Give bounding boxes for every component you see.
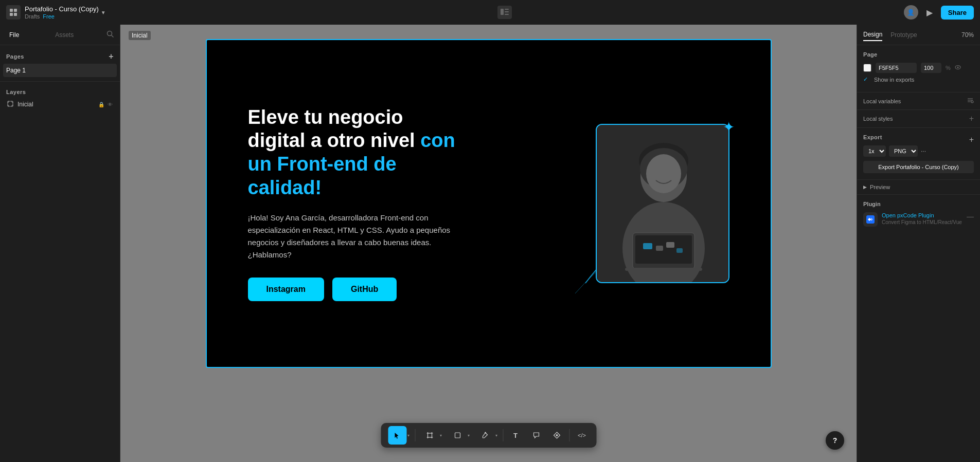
layers-section: Layers Inicial [0,82,120,462]
page-color-input[interactable] [876,63,917,73]
preview-toggle[interactable]: ▶ Preview [857,180,980,195]
design-frame: Eleve tu negocio digital a otro nivel co… [206,39,772,368]
svg-rect-2 [10,13,13,16]
pen-tool-button[interactable] [476,426,494,445]
bottom-toolbar: ▾ ▾ [381,423,596,448]
export-section: Export + 1x 2x 3x PNG JPG SVG PDF ··· Ex… [857,128,980,180]
plugin-name[interactable]: Open pxCode Plugin [882,212,963,218]
pages-add-icon[interactable]: + [109,52,114,61]
frame-tool-caret: ▾ [440,433,442,438]
search-icon[interactable] [106,30,114,39]
svg-rect-23 [635,235,692,264]
share-button[interactable]: Share [941,6,974,20]
export-format-select[interactable]: PNG JPG SVG PDF [889,145,918,157]
frame-image-section: ✦ [596,124,729,283]
svg-rect-27 [666,242,674,248]
layers-header: Layers [0,86,120,98]
toggle-sidebar-button[interactable] [497,6,512,19]
sidebar-right: Design Prototype 70% Page % ✓ [857,25,980,462]
canvas-area[interactable]: Inicial Eleve tu negocio digital a otro … [120,25,857,462]
app-logo[interactable] [6,5,21,20]
pen-tool-group[interactable]: ▾ [474,426,500,445]
tab-design[interactable]: Design [863,29,882,41]
page-opacity-input[interactable] [921,63,941,73]
export-section-header: Export + [863,134,974,145]
shape-tool-caret: ▾ [468,433,470,438]
plugin-info: Open pxCode Plugin Convert Figma to HTML… [882,212,963,225]
export-button[interactable]: Export Portafolio - Curso (Copy) [863,161,974,173]
tab-prototype[interactable]: Prototype [890,29,917,41]
svg-point-49 [971,101,973,103]
svg-rect-7 [505,14,509,15]
shape-tool-button[interactable] [448,426,467,445]
star-decoration: ✦ [723,119,735,136]
sidebar-left: File Assets Pages + Page 1 Layers [0,25,120,462]
help-button[interactable]: ? [826,431,844,450]
code-tool-icon: </> [578,432,586,438]
pages-header: Pages + [0,49,120,64]
svg-rect-26 [656,246,663,251]
svg-point-43 [556,434,558,436]
project-name[interactable]: Portafolio - Curso (Copy) Drafts Free ▼ [25,5,106,20]
project-title: Portafolio - Curso (Copy) [25,5,99,13]
instagram-button[interactable]: Instagram [248,278,324,301]
svg-rect-24 [625,268,702,271]
frame-icon [7,101,14,108]
svg-rect-28 [676,248,683,253]
svg-rect-4 [501,9,504,15]
github-button[interactable]: GitHub [332,278,397,301]
separator-2 [503,429,503,441]
project-free: Free [43,13,55,20]
comment-tool-button[interactable] [527,426,545,445]
export-add-button[interactable]: + [969,135,974,144]
shape-tool-group[interactable]: ▾ [446,426,472,445]
variables-icon[interactable] [967,97,974,105]
avatar[interactable]: 👤 [904,5,918,20]
svg-point-42 [485,432,486,434]
pages-label: Pages [6,53,24,60]
export-options-row: 1x 2x 3x PNG JPG SVG PDF ··· [863,145,974,157]
svg-point-45 [957,67,958,68]
svg-rect-3 [14,13,17,16]
zoom-level[interactable]: 70% [961,31,974,39]
layer-name-inicial: Inicial [17,101,33,108]
frame-description: ¡Hola! Soy Ana García, desarrolladora Fr… [248,212,464,261]
frame-tool-button[interactable] [420,426,439,445]
hero-image [596,124,729,283]
select-tool-group[interactable]: ▾ [386,426,412,445]
local-styles-label: Local styles [863,116,893,122]
tab-assets[interactable]: Assets [52,29,77,41]
page-item-1[interactable]: Page 1 [3,64,117,77]
show-exports-checkbox[interactable]: ✓ [863,76,868,83]
page-color-swatch[interactable] [863,64,871,72]
show-exports-label: Show in exports [874,77,914,83]
components-tool-button[interactable] [547,426,566,445]
svg-point-31 [646,154,681,193]
select-tool-button[interactable] [388,426,406,445]
local-variables-label: Local variables [863,98,901,104]
frame-tool-group[interactable]: ▾ [418,426,444,445]
text-tool-button[interactable]: T [506,426,525,445]
frame-buttons: Instagram GitHub [248,278,464,301]
code-tool-button[interactable]: </> [573,426,591,445]
project-drafts: Drafts [25,13,40,20]
pages-section: Pages + Page 1 [0,45,120,82]
plugin-section-title: Plugin [863,201,974,207]
eye-page-icon[interactable] [955,63,961,72]
svg-rect-6 [505,11,509,12]
export-title: Export [863,134,882,140]
styles-add-icon[interactable]: + [969,114,974,123]
tab-file[interactable]: File [6,29,22,41]
plugin-remove-icon[interactable]: — [967,212,974,220]
frame-content: Eleve tu negocio digital a otro nivel co… [207,75,771,332]
plugin-item-pxcode: Open pxCode Plugin Convert Figma to HTML… [863,212,974,227]
layer-item-inicial[interactable]: Inicial 🔒 👁 [2,98,118,110]
plugin-section: Plugin Open pxCode Plugin Convert Figma … [857,195,980,233]
export-scale-select[interactable]: 1x 2x 3x [863,145,886,157]
play-button[interactable]: ▶ [922,5,937,20]
svg-rect-5 [505,9,509,10]
frame-heading: Eleve tu negocio digital a otro nivel co… [248,106,464,199]
eye-icon: 👁 [108,102,113,107]
export-more-icon[interactable]: ··· [921,147,926,155]
page-section: Page % ✓ Show in exports [857,45,980,93]
